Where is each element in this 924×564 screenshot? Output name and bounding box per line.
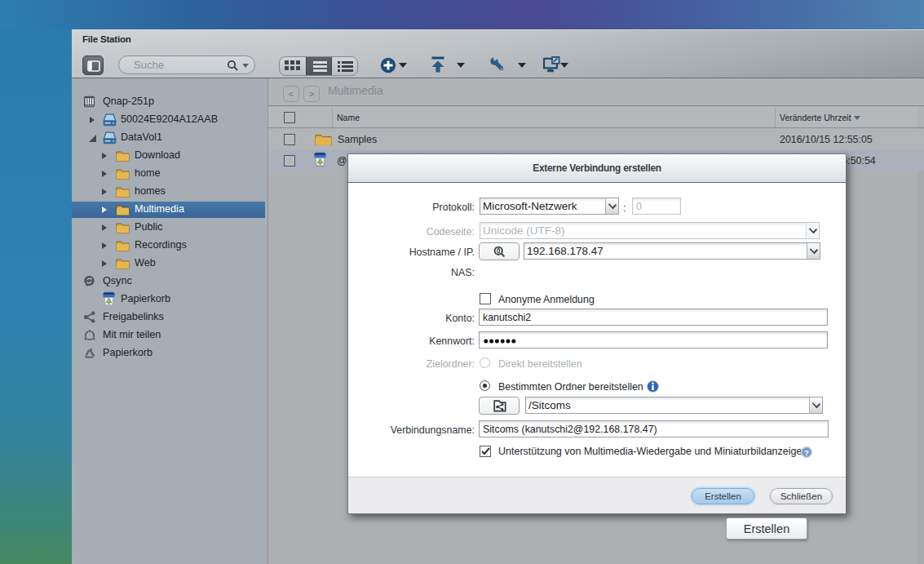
svg-text:?: ? [804,448,809,457]
